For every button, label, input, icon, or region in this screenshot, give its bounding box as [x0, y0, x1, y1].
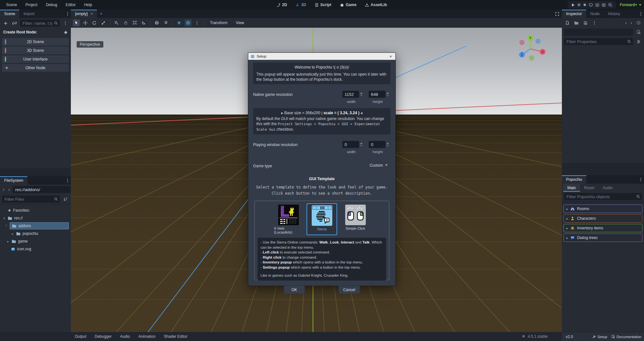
game-type-select[interactable]: Custom: [367, 161, 391, 169]
view-axis-gizmo[interactable]: Y X Z: [515, 33, 546, 63]
tab-debugger[interactable]: Debugger: [95, 334, 112, 339]
load-resource-icon[interactable]: [573, 19, 580, 26]
filter-files-input[interactable]: [2, 196, 60, 203]
open-docs-icon[interactable]: [635, 29, 642, 36]
expand-icon[interactable]: ▸: [566, 236, 568, 240]
add-node-button[interactable]: [2, 20, 9, 27]
create-3d-scene-button[interactable]: 3D Scene: [2, 47, 69, 54]
tab-animation[interactable]: Animation: [138, 334, 155, 339]
new-resource-icon[interactable]: [564, 19, 571, 26]
tree-item-popochiu[interactable]: ▸ popochiu: [0, 230, 71, 237]
spinner-arrows-icon[interactable]: [360, 143, 363, 147]
path-field[interactable]: [13, 186, 75, 193]
menu-debug[interactable]: Debug: [43, 2, 60, 8]
scale-tool-button[interactable]: [100, 19, 107, 26]
tab-output[interactable]: Output: [75, 334, 86, 339]
rotate-tool-button[interactable]: [91, 19, 98, 26]
tab-node[interactable]: Node: [586, 10, 604, 18]
expand-icon[interactable]: ▸: [6, 240, 10, 243]
tab-import[interactable]: Import: [19, 10, 39, 18]
mute-bell-icon[interactable]: [522, 335, 526, 338]
select-tool-button[interactable]: [73, 19, 80, 26]
spinner-arrows-icon[interactable]: [386, 143, 389, 147]
nav-forward-icon[interactable]: ›: [7, 187, 11, 192]
tab-scene[interactable]: Scene: [0, 10, 19, 18]
group-rooms[interactable]: ▸ Rooms: [564, 205, 642, 213]
renderer-selector[interactable]: Forward+: [620, 0, 641, 10]
menu-help[interactable]: Help: [81, 2, 95, 8]
expand-icon[interactable]: ▸: [566, 217, 568, 220]
tab-room[interactable]: Room: [580, 184, 599, 192]
new-scene-tab-button[interactable]: +: [97, 10, 105, 18]
tab-audio[interactable]: Audio: [120, 334, 130, 339]
tab-history[interactable]: History: [604, 10, 624, 18]
filter-properties-input[interactable]: [564, 38, 633, 45]
viewport-options-icon[interactable]: [194, 19, 201, 26]
favorites-star-icon[interactable]: ★: [64, 30, 68, 35]
lock-icon[interactable]: [122, 19, 129, 26]
documentation-button[interactable]: Documentation: [611, 335, 641, 339]
filter-popochiu-input[interactable]: [564, 193, 642, 200]
menu-view[interactable]: View: [232, 21, 247, 25]
tab-shader-editor[interactable]: Shader Editor: [164, 334, 187, 339]
snap-magnet-icon[interactable]: [162, 19, 169, 26]
expand-icon[interactable]: ▸: [566, 226, 568, 230]
perspective-button[interactable]: Perspective: [77, 41, 103, 48]
tree-item-game[interactable]: ▸ game: [0, 237, 71, 245]
sort-files-icon[interactable]: [62, 196, 69, 203]
expand-icon[interactable]: ▸: [11, 232, 14, 235]
save-icon[interactable]: [582, 19, 589, 26]
ruler-icon[interactable]: [140, 19, 147, 26]
dialog-titlebar[interactable]: Setup ×: [248, 53, 395, 60]
tab-audio[interactable]: Audio: [599, 184, 617, 192]
scene-dock-menu-icon[interactable]: [64, 10, 71, 18]
close-icon[interactable]: ×: [90, 12, 93, 16]
tree-item-res[interactable]: ▾ res://: [0, 214, 71, 222]
native-height-input[interactable]: [369, 91, 385, 98]
play-button[interactable]: [571, 3, 575, 7]
play-custom-scene-button[interactable]: [601, 3, 606, 7]
sun-toggle-icon[interactable]: [175, 19, 183, 26]
resource-options-icon[interactable]: [591, 19, 598, 26]
inspector-menu-icon[interactable]: [638, 10, 644, 18]
spinner-arrows-icon[interactable]: [360, 92, 363, 97]
play-scene-button[interactable]: [595, 3, 600, 7]
close-icon[interactable]: ×: [388, 54, 393, 59]
create-user-interface-button[interactable]: User Interface: [2, 55, 69, 63]
favorites-row[interactable]: ★ Favorites:: [0, 207, 71, 214]
template-sierra-button[interactable]: Sierra: [307, 203, 337, 235]
nav-back-icon[interactable]: ‹: [2, 187, 5, 192]
tab-filesystem[interactable]: FileSystem: [0, 176, 27, 185]
move-tool-button[interactable]: [82, 19, 89, 26]
history-forward-icon[interactable]: ›: [630, 20, 633, 25]
stop-button[interactable]: [583, 3, 587, 7]
group-inventory-items[interactable]: ▸ Inventory items: [564, 224, 642, 232]
expand-icon[interactable]: ▸: [566, 207, 568, 211]
popochiu-menu-icon[interactable]: [638, 175, 644, 184]
create-other-node-button[interactable]: Other Node: [2, 64, 69, 72]
tree-item-addons[interactable]: └ addons: [0, 222, 71, 230]
tab-game[interactable]: Game: [337, 2, 359, 8]
remote-debug-icon[interactable]: [589, 3, 593, 7]
menu-transform[interactable]: Transform: [207, 21, 231, 25]
cancel-button[interactable]: Cancel: [338, 286, 360, 294]
menu-editor[interactable]: Editor: [63, 2, 79, 8]
tab-script[interactable]: Script: [312, 2, 334, 8]
tree-item-icon-svg[interactable]: icon.svg: [0, 245, 71, 253]
playing-width-input[interactable]: [342, 141, 359, 148]
create-2d-scene-button[interactable]: 2D Scene: [2, 38, 69, 46]
scene-tab-empty[interactable]: [empty] ×: [71, 10, 97, 18]
pause-button[interactable]: [577, 3, 581, 7]
tab-main[interactable]: Main: [563, 184, 580, 192]
playing-height-input[interactable]: [369, 141, 385, 148]
tab-inspector[interactable]: Inspector: [562, 10, 586, 18]
scene-tree-menu-icon[interactable]: [62, 20, 69, 27]
native-width-input[interactable]: [342, 91, 359, 98]
template-simpleclick-button[interactable]: Simple Click: [340, 203, 371, 235]
movie-maker-icon[interactable]: [608, 3, 612, 7]
menu-project[interactable]: Project: [23, 2, 40, 8]
environment-toggle-icon[interactable]: [185, 19, 192, 26]
collapse-icon[interactable]: ▾: [3, 217, 6, 220]
tab-3d[interactable]: 3D: [293, 2, 308, 8]
expand-viewport-icon[interactable]: [553, 10, 562, 18]
